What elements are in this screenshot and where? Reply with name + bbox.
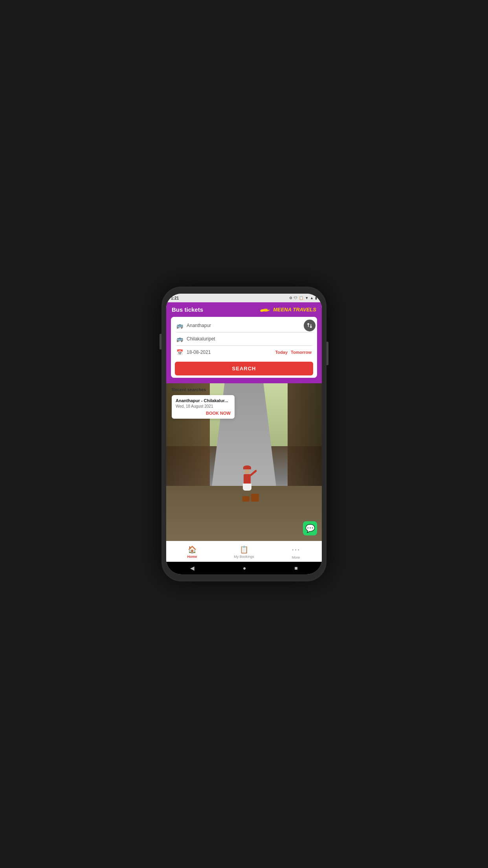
person-hat	[243, 465, 251, 469]
book-now-button[interactable]: BOOK NOW	[176, 411, 231, 416]
recent-search-card: Ananthapur - Chilakalur... Wed, 18 Augus…	[172, 395, 235, 419]
battery-icon: ▮	[315, 296, 317, 300]
suitcase	[251, 494, 259, 502]
from-input[interactable]	[187, 323, 312, 328]
whatsapp-button[interactable]: 💬	[303, 521, 317, 535]
bookings-icon: 📋	[240, 545, 248, 554]
phone-frame: 1:21 ⚙ 🛡 📋 ▼ ▲ ▮ Bus tickets	[161, 287, 327, 581]
recent-date: Wed, 18 August 2021	[176, 404, 231, 408]
android-nav-bar: ◀ ● ■	[166, 562, 322, 574]
app-screen: 1:21 ⚙ 🛡 📋 ▼ ▲ ▮ Bus tickets	[166, 294, 322, 574]
logo-wing-icon	[260, 307, 272, 313]
brand-logo: MEENA TRAVELS	[260, 307, 316, 313]
whatsapp-icon: 💬	[305, 524, 315, 533]
bookings-label: My Bookings	[234, 555, 254, 559]
page-title: Bus tickets	[172, 306, 203, 313]
person-body	[244, 474, 251, 484]
swap-button[interactable]	[304, 320, 316, 331]
person-figure	[243, 465, 251, 491]
search-button[interactable]: SEARCH	[175, 362, 313, 375]
to-field-row[interactable]: 🚌	[175, 333, 313, 346]
today-button[interactable]: Today	[275, 350, 288, 355]
date-value: 18-08-2021	[187, 349, 272, 355]
from-field-row[interactable]: 🚌	[175, 319, 313, 332]
person-skirt	[243, 484, 251, 491]
search-form: 🚌 🚌	[171, 317, 317, 378]
recent-button[interactable]: ■	[294, 565, 297, 571]
clipboard-icon: 📋	[299, 296, 303, 300]
bus-to-icon: 🚌	[176, 336, 183, 342]
signal-icon: ▲	[310, 296, 314, 300]
status-bar: 1:21 ⚙ 🛡 📋 ▼ ▲ ▮	[166, 294, 322, 302]
swap-icon	[306, 322, 313, 329]
main-content: Recent searches Ananthapur - Chilakalur.…	[166, 383, 322, 541]
recent-route: Ananthapur - Chilakalur...	[176, 398, 231, 403]
luggage-area	[242, 494, 259, 502]
shield-icon: 🛡	[294, 296, 297, 300]
to-input[interactable]	[187, 336, 312, 342]
nav-item-bookings[interactable]: 📋 My Bookings	[232, 545, 256, 559]
nav-item-home[interactable]: 🏠 Home	[180, 545, 204, 559]
bottom-nav: 🏠 Home 📋 My Bookings ··· More	[166, 541, 322, 562]
search-card: 🚌 🚌	[166, 317, 322, 383]
status-time: 1:21	[171, 296, 179, 300]
home-icon: 🏠	[188, 545, 196, 554]
more-icon: ···	[292, 544, 300, 555]
nav-item-more[interactable]: ··· More	[284, 544, 308, 559]
person-head	[244, 469, 250, 474]
date-row[interactable]: 📅 18-08-2021 Today Tomorrow	[175, 346, 313, 359]
back-button[interactable]: ◀	[190, 565, 194, 571]
home-button[interactable]: ●	[243, 565, 246, 571]
tomorrow-button[interactable]: Tomorrow	[291, 350, 312, 355]
phone-screen: 1:21 ⚙ 🛡 📋 ▼ ▲ ▮ Bus tickets	[166, 294, 322, 574]
home-label: Home	[187, 555, 197, 559]
recent-searches-label: Recent searches	[172, 387, 206, 392]
basket	[242, 496, 250, 502]
more-label: More	[292, 555, 300, 559]
app-header: Bus tickets MEENA TRAVELS	[166, 302, 322, 317]
calendar-icon: 📅	[176, 349, 183, 355]
status-icons: ⚙ 🛡 📋 ▼ ▲ ▮	[289, 296, 317, 300]
settings-icon: ⚙	[289, 296, 292, 300]
wifi-icon: ▼	[305, 296, 308, 300]
bus-from-icon: 🚌	[176, 322, 183, 329]
brand-name: MEENA TRAVELS	[273, 307, 316, 313]
